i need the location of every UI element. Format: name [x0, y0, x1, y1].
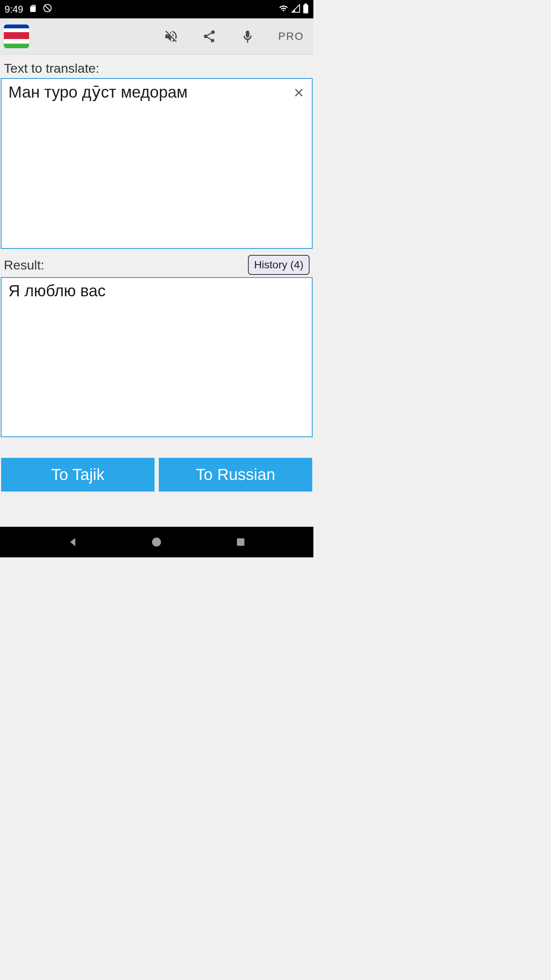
microphone-icon[interactable] [240, 29, 255, 44]
result-textarea[interactable]: Я люблю вас [1, 277, 313, 437]
clear-input-button[interactable] [291, 85, 306, 100]
status-bar: 9:49 [0, 0, 313, 18]
battery-icon [303, 3, 309, 15]
input-textarea[interactable]: Ман туро дӯст медорам [1, 78, 313, 249]
mute-icon[interactable] [163, 29, 179, 44]
input-label: Text to translate: [4, 61, 99, 76]
to-tajik-button[interactable]: To Tajik [1, 458, 155, 492]
status-right [278, 3, 309, 15]
svg-rect-1 [303, 5, 308, 13]
share-icon[interactable] [202, 29, 217, 44]
input-text: Ман туро дӯст медорам [8, 83, 305, 101]
signal-icon [291, 4, 300, 15]
to-russian-button[interactable]: To Russian [159, 458, 312, 492]
sd-card-icon [29, 4, 37, 15]
pro-button[interactable]: PRO [278, 30, 304, 42]
home-button[interactable] [149, 534, 164, 550]
navigation-bar [0, 527, 313, 557]
app-icon[interactable] [4, 24, 29, 48]
wifi-icon [278, 4, 289, 15]
do-not-disturb-icon [42, 3, 52, 15]
back-button[interactable] [65, 534, 80, 550]
result-text: Я люблю вас [8, 282, 305, 300]
history-button[interactable]: History (4) [248, 255, 310, 275]
content-area: Text to translate: Ман туро дӯст медорам… [0, 55, 313, 527]
result-label: Result: [4, 258, 44, 273]
svg-rect-2 [305, 3, 307, 5]
recent-apps-button[interactable] [233, 534, 248, 550]
status-time: 9:49 [5, 4, 23, 15]
status-left: 9:49 [5, 3, 52, 15]
svg-rect-4 [237, 538, 245, 546]
svg-point-3 [152, 537, 161, 546]
app-bar: PRO [0, 18, 313, 55]
